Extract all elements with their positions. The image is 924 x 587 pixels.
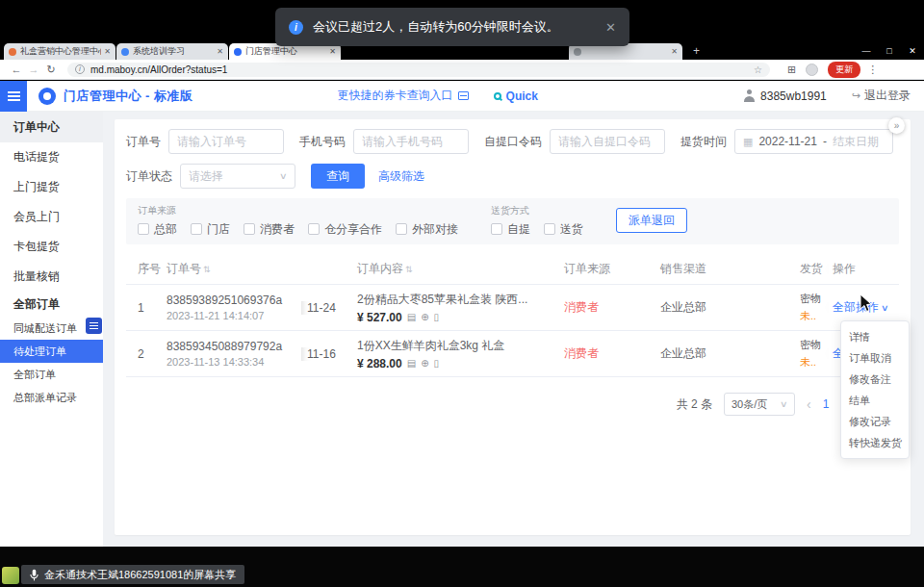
row-index: 2: [138, 347, 167, 361]
sales-channel-cell: 企业总部: [660, 299, 800, 316]
advanced-filter-link[interactable]: 高级筛选: [378, 168, 424, 185]
checkbox-icon: [191, 223, 202, 235]
checkbox-delivery[interactable]: 送货: [544, 221, 583, 238]
order-no-label: 订单号: [126, 134, 161, 150]
window-minimize-button[interactable]: —: [855, 43, 878, 60]
checkbox-icon: [396, 223, 407, 235]
checkbox-store[interactable]: 门店: [191, 221, 230, 238]
menu-item-edit-history[interactable]: 修改记录: [841, 411, 909, 432]
menu-item-details[interactable]: 详情: [841, 326, 909, 347]
phone-input[interactable]: [353, 129, 469, 154]
ship-line1: 密物: [800, 292, 829, 306]
col-content-header: 订单内容⇅: [357, 261, 564, 277]
sidebar-item-batch-writeoff[interactable]: 批量核销: [0, 262, 103, 292]
user-account[interactable]: 8385wb1991: [743, 89, 827, 103]
pickup-time-label: 提货时间: [680, 134, 727, 150]
user-icon: [743, 89, 756, 102]
collapse-panel-button[interactable]: »: [888, 117, 905, 134]
prev-page-button[interactable]: ‹: [807, 396, 811, 412]
col-label: 订单内容: [357, 262, 403, 275]
pickup-date-cell: 11-24: [301, 301, 357, 315]
browser-tab-2[interactable]: 系统培训学习 ✕: [116, 43, 228, 60]
toast-close-icon[interactable]: ✕: [596, 20, 616, 35]
sidebar-item-member-visit[interactable]: 会员上门: [0, 202, 103, 232]
browser-menu-icon[interactable]: ⋮: [867, 64, 878, 76]
dispatch-return-button[interactable]: 派单退回: [616, 208, 687, 233]
checkbox-icon: [544, 223, 555, 235]
window-close-button[interactable]: ✕: [901, 43, 924, 60]
checkbox-share-coop[interactable]: 仓分享合作: [308, 221, 382, 238]
chrome-update-button[interactable]: 更新: [828, 62, 860, 78]
date-range-picker[interactable]: ▦ 2022-11-21 - 结束日期: [734, 129, 893, 154]
tab-close-icon[interactable]: ✕: [671, 47, 678, 56]
sidebar-item-hq-dispatch-records[interactable]: 总部派单记录: [0, 386, 103, 409]
order-no-input[interactable]: [168, 129, 284, 154]
sidebar-item-all-orders[interactable]: 全部订单: [0, 363, 103, 386]
phone-icon: ▯: [434, 312, 440, 322]
site-info-icon[interactable]: i: [75, 64, 85, 74]
address-bar[interactable]: i md.maboy.cn/AllOrder?status=1 ☆: [67, 63, 770, 77]
sort-icon[interactable]: ⇅: [405, 265, 413, 274]
coupon-card-icon: [458, 91, 469, 100]
calendar-icon: ▦: [743, 136, 753, 148]
extensions-icon[interactable]: ⊞: [787, 64, 796, 76]
tab-close-icon[interactable]: ✕: [217, 47, 223, 56]
coupon-query-link[interactable]: 更快捷的券卡查询入口: [338, 88, 469, 104]
logout-button[interactable]: ↪ 退出登录: [852, 88, 911, 104]
filter-row-1: 订单号 手机号码 自提口令码 提货时间: [126, 129, 899, 154]
checkbox-hq[interactable]: 总部: [138, 221, 177, 238]
sort-icon[interactable]: ⇅: [203, 265, 211, 274]
order-time: 2023-11-21 14:14:07: [167, 310, 301, 321]
quick-search[interactable]: Quick: [494, 89, 538, 103]
app-window: 门店管理中心 - 标准版 更快捷的券卡查询入口 Quick 8385wb1991…: [0, 81, 924, 547]
menu-item-close-order[interactable]: 结单: [841, 390, 909, 411]
ship-line1: 密物: [800, 338, 829, 352]
window-controls: — □ ✕: [855, 43, 924, 60]
checkbox-label: 总部: [154, 221, 177, 238]
order-status-select[interactable]: 请选择 ∨: [180, 164, 295, 189]
page-size-select[interactable]: 30条/页 ∨: [724, 393, 795, 416]
page-number-1[interactable]: 1: [823, 397, 830, 411]
menu-item-cancel-order[interactable]: 订单取消: [841, 347, 909, 369]
reload-button[interactable]: ↻: [42, 64, 60, 76]
sidebar-expand-button[interactable]: [86, 318, 102, 334]
table-row: 1 83859389251069376a 2023-11-21 14:14:07…: [126, 285, 899, 331]
actions-dropdown-menu: 详情 订单取消 修改备注 结单 修改记录 转快递发货: [840, 320, 910, 459]
sidebar-item-pending-orders-active[interactable]: 待处理订单: [0, 340, 103, 363]
pickup-code-input[interactable]: [550, 129, 665, 154]
sharer-avatar: [2, 567, 19, 584]
profile-avatar[interactable]: [806, 64, 818, 76]
sidebar-item-door-pickup[interactable]: 上门提货: [0, 172, 103, 202]
tab-favicon: [234, 48, 242, 56]
checkbox-icon: [491, 223, 502, 235]
tab-close-icon[interactable]: ✕: [329, 47, 336, 56]
microphone-icon: [30, 569, 38, 581]
tab-favicon: [9, 48, 16, 56]
menu-item-edit-remark[interactable]: 修改备注: [841, 369, 909, 390]
app-title: 门店管理中心 - 标准版: [64, 88, 193, 105]
checkbox-external[interactable]: 外部对接: [396, 221, 458, 238]
hamburger-menu-button[interactable]: [0, 81, 27, 112]
window-maximize-button[interactable]: □: [878, 43, 901, 60]
sidebar-item-card-pickup[interactable]: 卡包提货: [0, 232, 103, 262]
page-size-value: 30条/页: [732, 397, 767, 412]
browser-tab-1[interactable]: 礼盒营销中心管理中心 ✕: [4, 43, 116, 60]
new-tab-button[interactable]: +: [693, 43, 700, 60]
ship-line2: 未..: [800, 309, 829, 323]
url-text: md.maboy.cn/AllOrder?status=1: [90, 64, 748, 75]
back-button[interactable]: ←: [8, 64, 25, 75]
menu-item-switch-express[interactable]: 转快递发货: [841, 432, 909, 453]
table-row: 2 83859345088979792a 2023-11-13 14:33:34…: [126, 331, 899, 377]
sidebar-group-all-orders[interactable]: 全部订单: [0, 292, 103, 317]
tab-close-icon[interactable]: ✕: [104, 47, 111, 56]
sidebar-section-order-center[interactable]: 订单中心: [0, 112, 103, 142]
order-content-cell: 1份XX生鲜羊肉礼盒3kg 礼盒 ¥ 288.00 ▤ ⊕ ▯: [357, 338, 564, 370]
chevron-down-icon: ∨: [279, 171, 288, 181]
sidebar-item-phone-pickup[interactable]: 电话提货: [0, 142, 103, 172]
main-content: » 订单号 手机号码 自提口令码: [103, 112, 924, 547]
search-button[interactable]: 查询: [311, 164, 365, 189]
checkbox-self-pickup[interactable]: 自提: [491, 221, 530, 238]
forward-button[interactable]: →: [25, 64, 42, 75]
checkbox-consumer[interactable]: 消费者: [244, 221, 295, 238]
bookmark-star-icon[interactable]: ☆: [754, 64, 762, 75]
